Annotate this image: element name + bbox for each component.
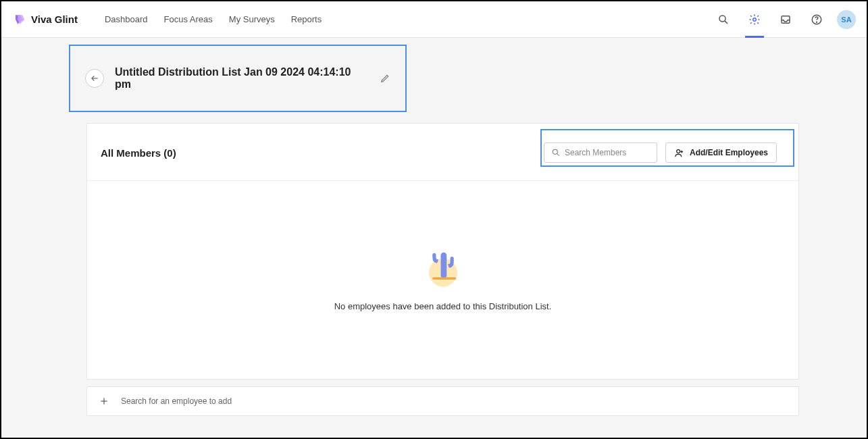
search-icon[interactable] bbox=[713, 9, 734, 30]
members-heading: All Members (0) bbox=[101, 147, 176, 159]
nav-focus-areas[interactable]: Focus Areas bbox=[164, 14, 213, 24]
page-title: Untitled Distribution List Jan 09 2024 0… bbox=[115, 66, 367, 91]
empty-message: No employees have been added to this Dis… bbox=[334, 301, 552, 311]
cactus-icon bbox=[419, 242, 467, 289]
brand-name: Viva Glint bbox=[31, 14, 78, 25]
empty-state: No employees have been added to this Dis… bbox=[87, 181, 798, 379]
svg-point-2 bbox=[753, 18, 757, 21]
content-area: Untitled Distribution List Jan 09 2024 0… bbox=[1, 38, 867, 438]
members-header-actions: Add/Edit Employees bbox=[536, 136, 785, 170]
nav-my-surveys[interactable]: My Surveys bbox=[229, 14, 275, 24]
brand[interactable]: Viva Glint bbox=[12, 13, 78, 26]
svg-point-9 bbox=[677, 149, 680, 153]
footer-hint: Search for an employee to add bbox=[121, 396, 232, 406]
svg-point-5 bbox=[817, 22, 817, 22]
back-button[interactable] bbox=[85, 69, 104, 88]
svg-rect-12 bbox=[432, 278, 456, 280]
plus-icon bbox=[99, 396, 109, 406]
header-actions: SA bbox=[713, 9, 856, 30]
svg-point-7 bbox=[553, 149, 557, 154]
person-add-icon bbox=[674, 148, 684, 158]
search-icon bbox=[551, 148, 561, 157]
svg-line-1 bbox=[725, 20, 727, 23]
svg-line-8 bbox=[557, 153, 559, 155]
gear-icon[interactable] bbox=[744, 9, 765, 30]
brand-logo-icon bbox=[12, 13, 26, 26]
add-edit-employees-button[interactable]: Add/Edit Employees bbox=[665, 143, 777, 163]
title-bar: Untitled Distribution List Jan 09 2024 0… bbox=[69, 45, 407, 112]
add-employee-footer[interactable]: Search for an employee to add bbox=[86, 386, 799, 416]
app-header: Viva Glint Dashboard Focus Areas My Surv… bbox=[1, 1, 867, 38]
members-card-header: All Members (0) bbox=[87, 124, 798, 181]
nav-reports[interactable]: Reports bbox=[291, 14, 322, 24]
inbox-icon[interactable] bbox=[775, 9, 796, 30]
user-avatar[interactable]: SA bbox=[837, 10, 856, 29]
members-card: All Members (0) bbox=[86, 123, 799, 380]
search-members-input[interactable] bbox=[565, 148, 650, 157]
edit-pencil-icon[interactable] bbox=[378, 72, 392, 85]
search-members-input-wrapper[interactable] bbox=[544, 143, 657, 163]
nav-dashboard[interactable]: Dashboard bbox=[105, 14, 148, 24]
svg-rect-11 bbox=[440, 253, 446, 279]
help-icon[interactable] bbox=[806, 9, 827, 30]
primary-nav: Dashboard Focus Areas My Surveys Reports bbox=[105, 14, 322, 24]
add-edit-label: Add/Edit Employees bbox=[690, 148, 768, 157]
svg-point-0 bbox=[719, 16, 725, 22]
